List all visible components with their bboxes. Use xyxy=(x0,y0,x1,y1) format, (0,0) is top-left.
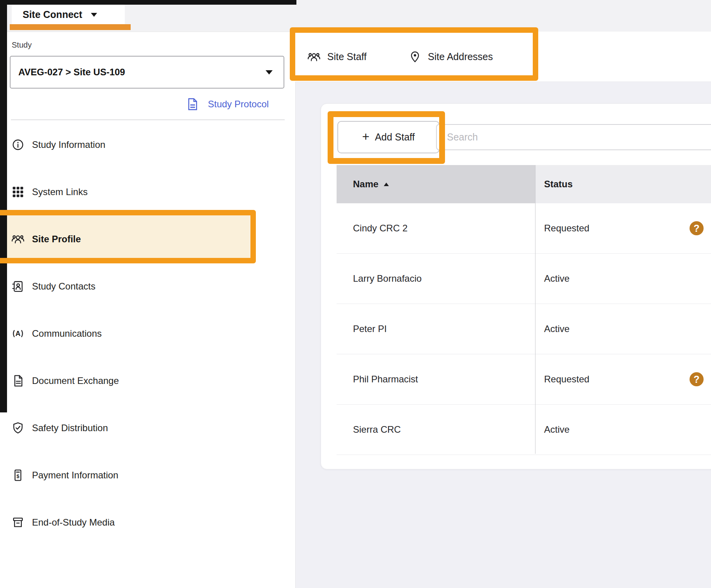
sidebar-item-document-exchange[interactable]: Document Exchange xyxy=(0,357,295,404)
sidebar-item-payment-information[interactable]: $Payment Information xyxy=(0,451,295,499)
sidebar-menu: Study InformationSystem LinksSite Profil… xyxy=(0,121,295,546)
people-group-icon xyxy=(307,51,321,63)
help-question-badge[interactable]: ? xyxy=(690,372,704,386)
add-staff-button[interactable]: + Add Staff xyxy=(337,121,440,153)
column-divider xyxy=(535,165,535,454)
cell-name: Cindy CRC 2 xyxy=(337,203,535,253)
sidebar-item-safety-distribution[interactable]: Safety Distribution xyxy=(0,404,295,451)
svg-text:$: $ xyxy=(16,473,20,479)
tab-site-staff-label: Site Staff xyxy=(327,51,367,62)
table-row[interactable]: Sierra CRC Active xyxy=(337,405,711,455)
cell-status: Active xyxy=(535,405,711,455)
tab-site-staff[interactable]: Site Staff xyxy=(307,32,367,82)
table-row[interactable]: Cindy CRC 2 Requested ? xyxy=(337,203,711,254)
add-staff-label: Add Staff xyxy=(375,131,415,143)
study-protocol-label: Study Protocol xyxy=(208,99,269,110)
sidebar-divider xyxy=(11,119,285,120)
column-header-status[interactable]: Status xyxy=(535,165,711,203)
people-group-icon xyxy=(11,232,25,246)
sidebar-item-site-profile[interactable]: Site Profile xyxy=(0,215,250,263)
cell-status: Requested xyxy=(535,354,711,404)
active-tab-underline xyxy=(10,24,131,30)
location-pin-icon xyxy=(409,51,421,63)
cell-name: Larry Bornafacio xyxy=(337,254,535,304)
document-icon xyxy=(188,98,198,110)
sidebar-item-label: End-of-Study Media xyxy=(32,517,115,528)
help-question-badge[interactable]: ? xyxy=(690,221,704,235)
study-protocol-link[interactable]: Study Protocol xyxy=(188,96,269,112)
sidebar-item-communications[interactable]: ACommunications xyxy=(0,310,295,357)
search-input[interactable] xyxy=(436,124,711,150)
column-name-label: Name xyxy=(353,179,378,190)
cell-status: Active xyxy=(535,304,711,354)
cell-name: Peter PI xyxy=(337,304,535,354)
table-header: Name Status xyxy=(337,165,711,203)
table-row[interactable]: Phil Pharmacist Requested ? xyxy=(337,354,711,405)
column-status-label: Status xyxy=(544,179,573,190)
contact-card-icon xyxy=(11,279,25,293)
nav-tab-site-connect[interactable]: Site Connect xyxy=(12,5,125,24)
nav-tab-label: Site Connect xyxy=(23,9,82,20)
sidebar-item-label: Communications xyxy=(32,328,102,339)
sidebar-item-label: Payment Information xyxy=(32,470,118,481)
payment-icon: $ xyxy=(11,468,25,482)
table-row[interactable]: Larry Bornafacio Active xyxy=(337,254,711,304)
cell-status: Active xyxy=(535,254,711,304)
site-connect-app: Site Connect Study AVEG-027 > Site US-10… xyxy=(0,0,711,588)
cell-name: Sierra CRC xyxy=(337,405,535,455)
sidebar-item-system-links[interactable]: System Links xyxy=(0,168,295,215)
sidebar-item-study-information[interactable]: Study Information xyxy=(0,121,295,168)
window-edge-left xyxy=(0,0,7,412)
archive-icon xyxy=(11,515,25,529)
chevron-down-icon xyxy=(265,69,273,75)
cell-status: Requested xyxy=(535,203,711,253)
column-header-name[interactable]: Name xyxy=(337,165,535,203)
study-selector-dropdown[interactable]: AVEG-027 > Site US-109 xyxy=(10,56,284,89)
study-field-label: Study xyxy=(12,41,32,50)
sidebar-item-label: System Links xyxy=(32,187,88,197)
grid-icon xyxy=(11,185,25,199)
shield-check-icon xyxy=(11,421,25,435)
table-row[interactable]: Peter PI Active xyxy=(337,304,711,354)
sidebar-item-label: Site Profile xyxy=(32,234,81,245)
document-icon xyxy=(11,374,25,388)
chevron-down-icon xyxy=(90,12,98,17)
broadcast-icon: A xyxy=(11,327,25,341)
sidebar-item-label: Study Information xyxy=(32,139,105,150)
window-edge-top xyxy=(0,0,296,5)
tab-site-addresses[interactable]: Site Addresses xyxy=(409,32,493,82)
cell-name: Phil Pharmacist xyxy=(337,354,535,404)
sidebar-item-label: Document Exchange xyxy=(32,375,119,386)
plus-icon: + xyxy=(362,130,369,143)
sidebar-item-label: Study Contacts xyxy=(32,281,96,292)
sidebar-item-study-contacts[interactable]: Study Contacts xyxy=(0,263,295,310)
study-selector-value: AVEG-027 > Site US-109 xyxy=(18,67,265,78)
table-body: Cindy CRC 2 Requested ? Larry Bornafacio… xyxy=(337,203,711,455)
info-icon xyxy=(11,138,25,152)
tab-site-addresses-label: Site Addresses xyxy=(428,51,493,62)
sidebar-item-label: Safety Distribution xyxy=(32,423,108,433)
sort-ascending-icon xyxy=(383,182,389,187)
svg-text:A: A xyxy=(15,330,20,338)
sidebar-item-end-of-study-media[interactable]: End-of-Study Media xyxy=(0,499,295,546)
